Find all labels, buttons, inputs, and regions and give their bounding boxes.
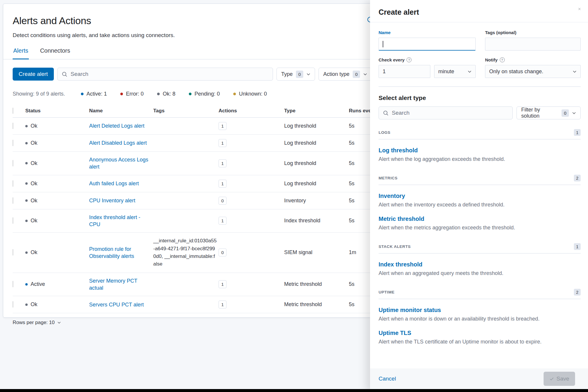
row-tags: __internal_rule_id:01030a55-a649-4271-9f… <box>153 237 217 268</box>
row-checkbox[interactable] <box>13 281 13 287</box>
alert-name-link[interactable]: Anonymous Access Logs alert <box>89 156 150 171</box>
alert-name-link[interactable]: Promotion rule for Observability alerts <box>89 246 150 260</box>
row-type: Log threshold <box>284 123 349 129</box>
alert-name-link[interactable]: Server Memory PCT actual <box>89 277 150 292</box>
help-icon[interactable]: ? <box>407 57 412 62</box>
status-filter-label: Active: 1 <box>86 91 107 97</box>
alert-type-description: Alert when the TLS certificate of an Upt… <box>379 339 581 345</box>
status-filter-item[interactable]: Active: 1 <box>81 91 107 97</box>
row-checkbox[interactable] <box>13 180 13 187</box>
action-type-filter-dropdown[interactable]: Action type 0 <box>319 68 372 81</box>
check-every-field-group: Check every ? minute <box>379 57 476 78</box>
create-alert-flyout: Create alert Name Tags (optional) Check … <box>370 0 588 392</box>
column-header-name: Name <box>89 108 153 114</box>
row-checkbox[interactable] <box>13 123 13 129</box>
chevron-down-icon <box>307 72 310 76</box>
row-status: Ok <box>31 249 37 256</box>
search-icon <box>383 110 389 116</box>
status-filter-item[interactable]: Ok: 8 <box>157 91 175 97</box>
status-dot-icon <box>25 162 28 164</box>
notify-select[interactable]: Only on status change. <box>485 65 581 78</box>
check-every-unit-select[interactable]: minute <box>434 65 476 78</box>
row-checkbox[interactable] <box>13 301 13 308</box>
row-checkbox[interactable] <box>13 217 13 224</box>
actions-count-badge: 0 <box>219 197 226 205</box>
name-field[interactable] <box>379 38 476 51</box>
alert-type-item: Log threshold Alert when the log aggrega… <box>379 147 581 162</box>
actions-count-badge: 1 <box>219 180 226 188</box>
alert-type-item: Inventory Alert when the inventory excee… <box>379 193 581 208</box>
alert-type-description: Alert when an aggregated query meets the… <box>379 270 581 276</box>
notify-field-group: Notify ? Only on status change. <box>485 57 581 78</box>
type-filter-dropdown[interactable]: Type 0 <box>276 68 315 81</box>
alert-type-link[interactable]: Metric threshold <box>379 216 581 222</box>
actions-count-badge: 1 <box>219 159 226 167</box>
status-filter-item[interactable]: Unknown: 0 <box>233 91 267 97</box>
showing-count-text: Showing: 9 of 9 alerts. <box>13 91 65 97</box>
alert-name-link[interactable]: Servers CPU PCT alert <box>89 301 144 308</box>
status-dot-icon <box>25 220 28 222</box>
row-status: Ok <box>31 181 37 187</box>
notify-label: Notify <box>485 57 498 62</box>
section-label: UPTIME <box>379 290 394 294</box>
alert-name-link[interactable]: Alert Deleted Logs alert <box>89 122 144 129</box>
alert-type-search-box[interactable] <box>379 106 513 119</box>
status-dot-icon <box>25 182 28 185</box>
section-count-badge: 2 <box>574 175 581 181</box>
name-field-label: Name <box>379 30 476 35</box>
row-type: Metric threshold <box>284 301 349 308</box>
check-every-value-input[interactable] <box>379 65 430 78</box>
create-alert-button[interactable]: Create alert <box>13 68 54 81</box>
rows-per-page-dropdown[interactable]: Rows per page: 10 <box>13 320 61 326</box>
row-checkbox[interactable] <box>13 249 13 256</box>
flyout-title: Create alert <box>379 8 581 16</box>
alert-type-link[interactable]: Inventory <box>379 193 581 199</box>
alert-type-link[interactable]: Index threshold <box>379 261 581 268</box>
chevron-down-icon <box>468 70 472 74</box>
status-dot-icon <box>25 251 28 254</box>
status-dot-icon <box>189 93 191 95</box>
cancel-button[interactable]: Cancel <box>379 376 396 382</box>
column-header-type: Type <box>284 108 349 114</box>
tab-alerts[interactable]: Alerts <box>13 45 29 59</box>
tags-field[interactable] <box>485 38 581 51</box>
alert-name-link[interactable]: Alert Disabled Logs alert <box>89 139 147 146</box>
row-type: Log threshold <box>284 181 349 187</box>
type-filter-label: Type <box>281 71 293 77</box>
alert-type-link[interactable]: Log threshold <box>379 147 581 154</box>
row-checkbox[interactable] <box>13 197 13 204</box>
tags-field-label: Tags (optional) <box>485 30 581 35</box>
actions-count-badge: 1 <box>219 301 226 308</box>
row-checkbox[interactable] <box>13 160 13 166</box>
chevron-down-icon <box>572 111 576 115</box>
actions-count-badge: 1 <box>219 217 226 225</box>
alerts-search-box[interactable] <box>57 68 273 81</box>
actions-count-badge: 1 <box>219 122 226 130</box>
row-checkbox[interactable] <box>13 140 13 146</box>
close-icon[interactable] <box>577 6 582 12</box>
select-all-checkbox[interactable] <box>13 108 13 114</box>
check-every-unit-value: minute <box>438 69 454 75</box>
status-dot-icon <box>25 142 28 144</box>
save-button[interactable]: Save <box>544 372 575 386</box>
alert-type-item: Uptime TLS Alert when the TLS certificat… <box>379 330 581 345</box>
status-filter-item[interactable]: Pending: 0 <box>189 91 220 97</box>
row-status: Ok <box>31 140 37 146</box>
alert-type-link[interactable]: Uptime monitor status <box>379 307 581 313</box>
status-filter-item[interactable]: Error: 0 <box>120 91 144 97</box>
alert-name-link[interactable]: CPU Inventory alert <box>89 197 135 204</box>
alert-type-link[interactable]: Uptime TLS <box>379 330 581 336</box>
section-label: STACK ALERTS <box>379 244 411 249</box>
tab-connectors[interactable]: Connectors <box>39 45 71 59</box>
alert-type-search-input[interactable] <box>392 110 508 116</box>
divider <box>379 86 581 87</box>
actions-count-badge: 1 <box>219 139 226 147</box>
alerts-search-input[interactable] <box>71 71 269 77</box>
help-icon[interactable]: ? <box>500 57 505 62</box>
alert-name-link[interactable]: Auth failed Logs alert <box>89 180 139 187</box>
filter-by-solution-label: Filter by solution <box>521 107 558 119</box>
row-type: Log threshold <box>284 140 349 146</box>
column-header-status: Status <box>25 108 89 114</box>
alert-name-link[interactable]: Index threshold alert - CPU <box>89 214 150 228</box>
filter-by-solution-dropdown[interactable]: Filter by solution 0 <box>517 106 581 119</box>
